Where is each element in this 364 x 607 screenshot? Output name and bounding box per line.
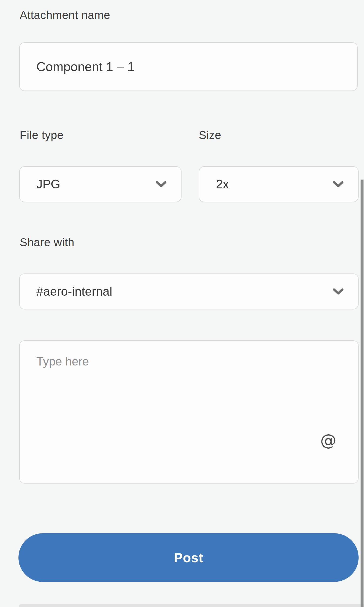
chevron-down-icon bbox=[333, 288, 344, 295]
size-dropdown[interactable]: 2x bbox=[199, 166, 359, 202]
share-export-panel: Attachment name File type Size JPG 2x Sh… bbox=[0, 0, 364, 607]
post-button[interactable]: Post bbox=[18, 533, 359, 582]
size-value: 2x bbox=[216, 177, 229, 191]
share-with-value: #aero-internal bbox=[36, 284, 112, 299]
chevron-down-icon bbox=[333, 181, 344, 188]
mention-icon[interactable]: @ bbox=[320, 432, 336, 449]
message-textarea[interactable] bbox=[20, 341, 358, 483]
vertical-scrollbar-thumb[interactable] bbox=[361, 180, 364, 607]
attachment-name-input[interactable] bbox=[19, 42, 358, 91]
bottom-section-edge bbox=[19, 604, 364, 607]
file-type-value: JPG bbox=[36, 177, 60, 191]
file-type-label: File type bbox=[20, 128, 63, 142]
chevron-down-icon bbox=[155, 181, 167, 188]
file-type-dropdown[interactable]: JPG bbox=[19, 166, 182, 202]
size-label: Size bbox=[199, 128, 221, 142]
share-with-dropdown[interactable]: #aero-internal bbox=[19, 273, 359, 309]
share-with-label: Share with bbox=[20, 236, 74, 249]
message-field-container: @ bbox=[19, 340, 359, 484]
attachment-name-label: Attachment name bbox=[20, 8, 110, 22]
